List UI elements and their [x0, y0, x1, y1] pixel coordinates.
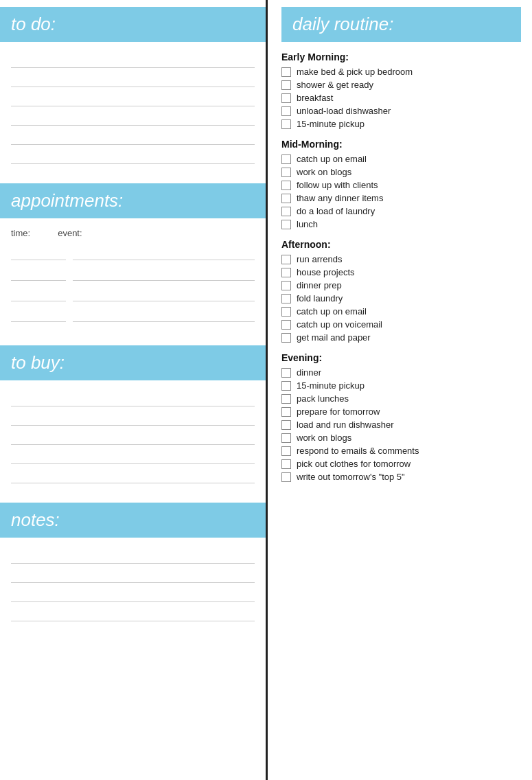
todo-line-5 — [11, 126, 255, 145]
routine-item-3-8: write out tomorrow's "top 5" — [281, 472, 521, 482]
checkbox-3-6[interactable] — [281, 446, 291, 456]
routine-item-label-0-2: breakfast — [297, 93, 333, 103]
checkbox-2-1[interactable] — [281, 268, 291, 277]
checkbox-1-1[interactable] — [281, 168, 291, 177]
routine-item-3-1: 15-minute pickup — [281, 380, 521, 391]
routine-item-label-0-1: shower & get ready — [297, 80, 373, 90]
routine-item-0-0: make bed & pick up bedroom — [281, 67, 521, 77]
checkbox-0-2[interactable] — [281, 93, 291, 103]
todo-section: to do: — [0, 7, 266, 171]
routine-item-1-4: do a load of laundry — [281, 206, 521, 216]
appointments-section: appointments: time: event: — [0, 183, 266, 333]
routine-item-2-6: get mail and paper — [281, 332, 521, 343]
checkbox-3-2[interactable] — [281, 394, 291, 404]
todo-line-6 — [11, 145, 255, 164]
notes-line-4 — [11, 602, 255, 621]
routine-item-0-4: 15-minute pickup — [281, 119, 521, 129]
checkbox-2-3[interactable] — [281, 294, 291, 303]
routine-item-label-3-4: load and run dishwasher — [297, 420, 394, 430]
checkbox-2-6[interactable] — [281, 333, 291, 343]
daily-routine-header: daily routine: — [281, 7, 521, 42]
checkbox-1-4[interactable] — [281, 207, 291, 216]
routine-item-3-7: pick out clothes for tomorrow — [281, 459, 521, 469]
checkbox-3-7[interactable] — [281, 459, 291, 469]
checkbox-2-2[interactable] — [281, 281, 291, 290]
todo-header: to do: — [0, 7, 266, 42]
appt-labels: time: event: — [0, 225, 266, 244]
checkbox-0-4[interactable] — [281, 119, 291, 129]
checkbox-3-0[interactable] — [281, 368, 291, 378]
routine-item-3-5: work on blogs — [281, 433, 521, 443]
routine-item-label-2-5: catch up on voicemail — [297, 319, 382, 330]
appt-event-4 — [73, 306, 255, 322]
routine-item-label-2-3: fold laundry — [297, 293, 343, 303]
routine-item-2-1: house projects — [281, 267, 521, 277]
routine-item-label-3-6: respond to emails & comments — [297, 446, 419, 456]
checkbox-2-0[interactable] — [281, 255, 291, 264]
routine-section-0: Early Morning:make bed & pick up bedroom… — [281, 51, 521, 129]
appt-event-3 — [73, 285, 255, 301]
routine-item-0-1: shower & get ready — [281, 80, 521, 90]
routine-title-3: Evening: — [281, 352, 521, 363]
checkbox-3-4[interactable] — [281, 420, 291, 430]
event-label: event: — [58, 228, 82, 238]
routine-item-label-1-3: thaw any dinner items — [297, 193, 383, 203]
notes-line-3 — [11, 583, 255, 602]
appt-time-3 — [11, 285, 66, 301]
checkbox-1-3[interactable] — [281, 194, 291, 203]
checkbox-3-8[interactable] — [281, 472, 291, 482]
routine-item-label-2-4: catch up on email — [297, 306, 367, 317]
checkbox-3-5[interactable] — [281, 433, 291, 443]
routine-item-label-3-3: prepare for tomorrow — [297, 406, 380, 417]
routine-title-0: Early Morning: — [281, 51, 521, 62]
routine-item-3-6: respond to emails & comments — [281, 446, 521, 456]
time-label: time: — [11, 228, 30, 238]
appt-event-1 — [73, 244, 255, 260]
checkbox-0-3[interactable] — [281, 106, 291, 116]
checkbox-3-1[interactable] — [281, 381, 291, 391]
appt-row-2 — [0, 264, 266, 281]
checkbox-0-1[interactable] — [281, 80, 291, 90]
notes-line-1 — [11, 544, 255, 564]
routine-item-label-1-0: catch up on email — [297, 154, 367, 164]
left-column: to do: appointments: time: event: — [0, 0, 268, 780]
tobuy-line-1 — [11, 387, 255, 406]
right-column: daily routine: Early Morning:make bed & … — [268, 0, 532, 780]
tobuy-section: to buy: — [0, 345, 266, 490]
routine-item-label-1-4: do a load of laundry — [297, 206, 375, 216]
routine-item-1-3: thaw any dinner items — [281, 193, 521, 203]
routine-item-label-3-2: pack lunches — [297, 393, 349, 404]
routine-item-2-3: fold laundry — [281, 293, 521, 303]
appt-row-4 — [0, 306, 266, 322]
checkbox-1-2[interactable] — [281, 181, 291, 190]
notes-line-2 — [11, 564, 255, 583]
tobuy-lines — [0, 387, 266, 483]
routine-item-0-3: unload-load dishwasher — [281, 106, 521, 116]
notes-lines — [0, 544, 266, 621]
appt-row-3 — [0, 285, 266, 301]
notes-header: notes: — [0, 503, 266, 538]
routine-item-label-2-0: run arrends — [297, 254, 342, 264]
checkbox-3-3[interactable] — [281, 407, 291, 417]
checkbox-1-0[interactable] — [281, 154, 291, 164]
routine-item-label-0-0: make bed & pick up bedroom — [297, 67, 413, 77]
todo-line-2 — [11, 68, 255, 87]
checkbox-1-5[interactable] — [281, 220, 291, 229]
tobuy-header: to buy: — [0, 345, 266, 380]
checkbox-2-5[interactable] — [281, 320, 291, 330]
routine-item-3-4: load and run dishwasher — [281, 420, 521, 430]
checkbox-2-4[interactable] — [281, 307, 291, 317]
routine-item-label-3-1: 15-minute pickup — [297, 380, 365, 391]
routine-item-0-2: breakfast — [281, 93, 521, 103]
routine-item-1-5: lunch — [281, 219, 521, 229]
appointments-header: appointments: — [0, 183, 266, 218]
routine-item-3-2: pack lunches — [281, 393, 521, 404]
appt-row-1 — [0, 244, 266, 260]
routine-item-1-1: work on blogs — [281, 167, 521, 177]
checkbox-0-0[interactable] — [281, 67, 291, 77]
routine-item-label-1-2: follow up with clients — [297, 180, 378, 190]
routine-item-label-2-1: house projects — [297, 267, 355, 277]
tobuy-line-4 — [11, 445, 255, 464]
routine-section-2: Afternoon:run arrendshouse projectsdinne… — [281, 239, 521, 343]
routine-item-label-3-8: write out tomorrow's "top 5" — [297, 472, 405, 482]
